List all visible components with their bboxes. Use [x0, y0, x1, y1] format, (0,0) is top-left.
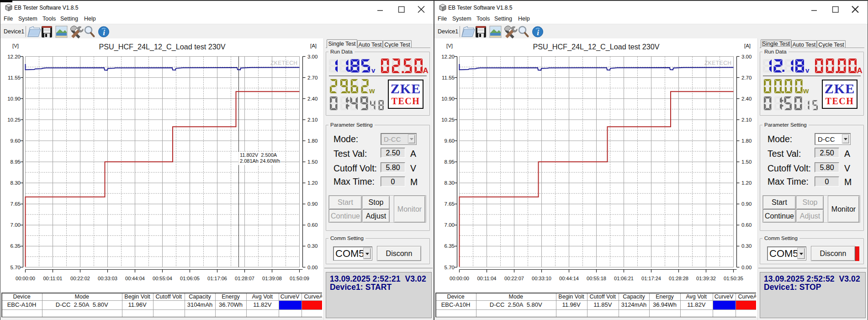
svg-text:11.55: 11.55 — [8, 75, 21, 80]
svg-text:ZKETECH: ZKETECH — [270, 60, 298, 66]
svg-text:5.70: 5.70 — [445, 265, 455, 270]
svg-text:5.70: 5.70 — [11, 265, 21, 270]
svg-text:8.30: 8.30 — [11, 180, 21, 186]
svg-text:11.802V 2.500A: 11.802V 2.500A — [240, 152, 277, 158]
svg-text:6.35: 6.35 — [11, 243, 21, 249]
svg-text:10.25: 10.25 — [7, 117, 21, 123]
svg-text:1.50: 1.50 — [307, 159, 318, 165]
svg-text:i: i — [537, 28, 539, 37]
svg-text:2.40: 2.40 — [307, 96, 318, 101]
svg-text:2.40: 2.40 — [741, 96, 752, 101]
svg-text:9.60: 9.60 — [445, 138, 455, 144]
svg-text:7.65: 7.65 — [11, 201, 21, 207]
svg-text:2.70: 2.70 — [307, 75, 318, 80]
svg-text:00:00:00: 00:00:00 — [16, 276, 35, 281]
svg-text:[V]: [V] — [446, 43, 453, 48]
svg-text:01:17:24: 01:17:24 — [641, 276, 661, 281]
svg-text:A: A — [857, 66, 863, 75]
svg-text:1.80: 1.80 — [307, 138, 318, 144]
svg-text:01:28:07: 01:28:07 — [235, 276, 254, 281]
svg-text:[V]: [V] — [12, 43, 19, 48]
svg-text:00:33:03: 00:33:03 — [98, 276, 117, 281]
svg-text:8.95: 8.95 — [445, 159, 455, 165]
svg-text:0.30: 0.30 — [307, 243, 318, 249]
svg-text:1.50: 1.50 — [741, 159, 752, 165]
svg-text:ZKETECH: ZKETECH — [704, 60, 732, 66]
svg-text:3.00: 3.00 — [741, 54, 752, 59]
svg-text:01:17:06: 01:17:06 — [207, 276, 227, 281]
svg-text:0.60: 0.60 — [307, 222, 318, 228]
svg-text:8.95: 8.95 — [11, 159, 21, 165]
svg-text:01:06:21: 01:06:21 — [614, 276, 634, 281]
svg-text:1.80: 1.80 — [741, 138, 752, 144]
svg-text:0.90: 0.90 — [307, 201, 318, 207]
svg-text:00:55:04: 00:55:04 — [153, 276, 172, 281]
svg-text:01:50:35: 01:50:35 — [724, 276, 743, 281]
svg-text:01:06:05: 01:06:05 — [180, 276, 200, 281]
svg-text:00:33:10: 00:33:10 — [532, 276, 551, 281]
svg-text:00:11:01: 00:11:01 — [43, 276, 62, 281]
svg-text:A: A — [423, 66, 429, 75]
svg-text:10.90: 10.90 — [441, 96, 455, 101]
svg-text:9.60: 9.60 — [11, 138, 21, 144]
svg-text:7.65: 7.65 — [445, 201, 455, 207]
svg-text:01:50:09: 01:50:09 — [290, 276, 309, 281]
svg-text:00:44:14: 00:44:14 — [559, 276, 579, 281]
svg-text:v: v — [805, 66, 810, 74]
svg-text:10.90: 10.90 — [7, 96, 21, 101]
svg-text:w: w — [803, 87, 809, 95]
svg-text:v: v — [371, 66, 376, 74]
svg-text:PSU_HCF_24L_12_C_Load test 230: PSU_HCF_24L_12_C_Load test 230V — [99, 43, 225, 51]
svg-text:11.55: 11.55 — [442, 75, 455, 80]
svg-text:00:44:04: 00:44:04 — [125, 276, 145, 281]
svg-text:00:00:00: 00:00:00 — [450, 276, 469, 281]
svg-text:2.10: 2.10 — [307, 117, 318, 123]
svg-text:01:39:32: 01:39:32 — [696, 276, 716, 281]
svg-text:01:39:08: 01:39:08 — [262, 276, 282, 281]
svg-text:0.30: 0.30 — [741, 243, 752, 249]
svg-text:00:22:02: 00:22:02 — [70, 276, 90, 281]
svg-text:i: i — [103, 28, 105, 37]
svg-text:0.00: 0.00 — [741, 265, 752, 270]
svg-text:0.90: 0.90 — [741, 201, 752, 207]
svg-text:6.35: 6.35 — [445, 243, 455, 249]
svg-text:0.60: 0.60 — [741, 222, 752, 228]
svg-text:8.30: 8.30 — [445, 180, 455, 186]
svg-text:0.00: 0.00 — [307, 265, 318, 270]
svg-text:12.20: 12.20 — [7, 54, 21, 59]
svg-text:PSU_HCF_24L_12_C_Load test 230: PSU_HCF_24L_12_C_Load test 230V — [533, 43, 659, 51]
svg-text:01:28:28: 01:28:28 — [669, 276, 688, 281]
svg-text:[A]: [A] — [744, 43, 751, 48]
svg-text:2.10: 2.10 — [741, 117, 752, 123]
svg-text:w: w — [369, 87, 375, 95]
svg-text:2.081Ah 24.60Wh: 2.081Ah 24.60Wh — [240, 158, 280, 164]
svg-text:00:55:18: 00:55:18 — [587, 276, 606, 281]
svg-text:12.20: 12.20 — [441, 54, 455, 59]
svg-text:2.70: 2.70 — [741, 75, 752, 80]
svg-text:00:11:04: 00:11:04 — [477, 276, 496, 281]
svg-text:[A]: [A] — [310, 43, 317, 48]
svg-text:1.20: 1.20 — [741, 180, 752, 186]
svg-text:10.25: 10.25 — [441, 117, 455, 123]
svg-text:7.00: 7.00 — [445, 222, 455, 228]
svg-text:1.20: 1.20 — [307, 180, 318, 186]
svg-text:00:22:07: 00:22:07 — [504, 276, 524, 281]
svg-text:7.00: 7.00 — [11, 222, 21, 228]
svg-text:3.00: 3.00 — [307, 54, 318, 59]
